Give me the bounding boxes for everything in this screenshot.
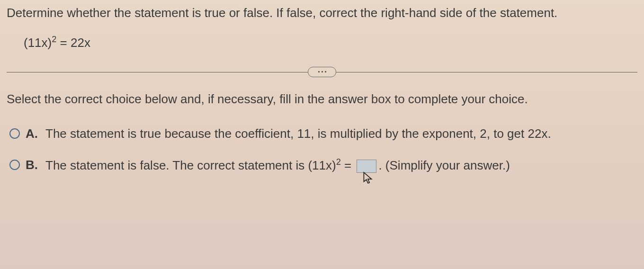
more-button[interactable]	[308, 67, 336, 77]
question-prompt: Determine whether the statement is true …	[7, 5, 637, 21]
radio-option-b[interactable]	[9, 160, 20, 170]
selection-instruction: Select the correct choice below and, if …	[7, 92, 637, 107]
choice-a-text: The statement is true because the coeffi…	[45, 126, 637, 142]
choice-b-letter: B.	[26, 158, 40, 172]
choice-a-letter: A.	[26, 126, 40, 141]
choice-a-row: A. The statement is true because the coe…	[9, 126, 637, 142]
section-divider	[7, 65, 637, 79]
equation-exponent: 2	[52, 35, 56, 44]
answer-input-box[interactable]	[357, 160, 376, 173]
choice-b-text: The statement is false. The correct stat…	[45, 156, 637, 174]
equation-rhs: = 22x	[56, 36, 90, 50]
statement-equation: (11x)2 = 22x	[24, 35, 637, 50]
choice-b-post: . (Simplify your answer.)	[378, 158, 510, 172]
choice-b-exponent: 2	[336, 157, 341, 167]
choice-b-pre: The statement is false. The correct stat…	[45, 158, 336, 172]
choice-b-mid: =	[341, 158, 355, 172]
equation-base: (11x)	[24, 36, 52, 50]
radio-option-a[interactable]	[9, 128, 20, 139]
choice-b-row: B. The statement is false. The correct s…	[9, 156, 637, 174]
